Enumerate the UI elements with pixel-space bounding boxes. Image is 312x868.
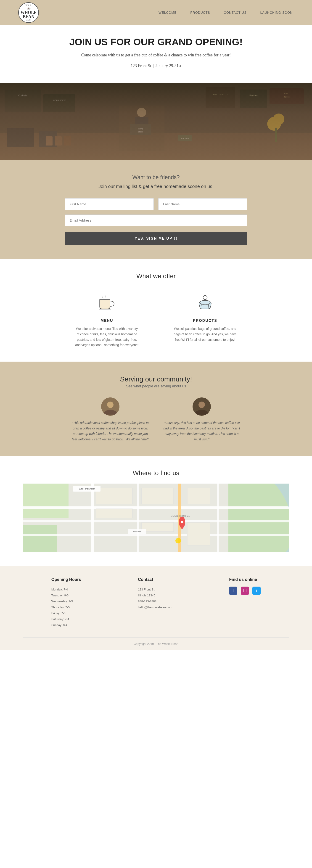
products-description: We sell pastries, bags of ground coffee,… [173,326,237,342]
mailing-section: Want to be friends? Join our mailing lis… [0,160,312,259]
svg-rect-46 [91,484,94,552]
map-svg: 31 State Route 31 Burg Ford Lincoln Knox… [23,484,289,552]
last-name-input[interactable] [158,198,247,210]
footer-hours-heading: Opening Hours [52,577,81,582]
footer-city: Illinois 12345 [138,592,172,598]
header: THE ☕ WHOLE BEAN Café WELCOME PRODUCTS C… [0,0,312,25]
svg-rect-19 [130,124,151,135]
svg-text:COLD BREW: COLD BREW [53,99,66,101]
svg-rect-26 [64,136,71,146]
twitter-icon[interactable]: t [252,587,260,595]
avatar-1 [101,398,120,416]
svg-rect-24 [46,136,53,146]
hero-address: 123 Front St. | January 29-31st [23,63,289,69]
svg-text:Juices: Juices [284,96,290,98]
avatar-image-1 [101,398,120,416]
nav-welcome[interactable]: WELCOME [158,11,177,14]
footer-phone: 888-123-8888 [138,598,172,604]
community-heading: Serving our community! [23,375,289,383]
main-nav: WELCOME PRODUCTS CONTACT US LAUNCHING SO… [158,11,294,14]
svg-rect-2 [5,90,41,113]
svg-rect-25 [55,136,62,146]
nav-products[interactable]: PRODUCTS [190,11,210,14]
footer-grid: Opening Hours Monday: 7-4 Tuesday: 9-5 W… [23,577,289,628]
social-icons-row: f ☐ t [229,587,260,595]
cupcake-icon [194,291,217,314]
community-subtitle: See what people are saying about us [23,384,289,388]
svg-rect-45 [23,534,289,536]
footer-address: 123 Front St. [138,587,172,592]
svg-rect-14 [240,90,267,108]
products-title: PRODUCTS [173,319,237,323]
footer-copyright: Copyright 2019 | The Whole Bean [23,637,289,646]
facebook-icon[interactable]: f [229,587,237,595]
footer-hours-sunday: Sunday: 8-4 [52,622,81,628]
testimonial-1-text: "This adorable local coffee shop is the … [71,420,149,442]
footer: Opening Hours Monday: 7-4 Tuesday: 9-5 W… [0,566,312,650]
offer-grid: MENU We offer a diverse menu filled with… [23,291,289,348]
instagram-icon[interactable]: ☐ [241,587,249,595]
logo-bean: BEAN [23,14,34,19]
svg-text:Pastries: Pastries [249,94,258,97]
email-field-row [65,215,247,226]
email-input[interactable] [65,215,247,226]
cafe-illustration: Cocktails COLD BREW BEST QUALITY Pastrie… [0,83,312,160]
footer-hours-monday: Monday: 7-4 [52,587,81,592]
svg-rect-49 [217,484,219,552]
footer-hours: Opening Hours Monday: 7-4 Tuesday: 9-5 W… [52,577,81,628]
svg-rect-55 [187,488,210,504]
mailing-subtext: Join our mailing list & get a free homem… [23,184,289,189]
svg-rect-43 [23,506,289,509]
hero-section: JOIN US FOR OUR GRAND OPENING! Come cele… [0,25,312,83]
first-name-input[interactable] [65,198,154,210]
copyright-text: Copyright 2019 | The Whole Bean [134,642,178,646]
svg-point-7 [137,108,146,117]
logo-cafe: Café [27,19,31,21]
svg-rect-12 [206,87,235,108]
footer-hours-friday: Friday: 7-3 [52,610,81,616]
svg-rect-41 [228,484,289,552]
svg-text:Cocktails: Cocktails [18,94,28,97]
testimonial-2: "I must say, this has to be some of the … [163,398,241,442]
map-heading: Where to find us [23,469,289,477]
signup-button[interactable]: YES, SIGN ME UP!!! [65,232,247,245]
footer-hours-tuesday: Tuesday: 9-5 [52,592,81,598]
svg-point-10 [273,114,284,125]
nav-contact[interactable]: CONTACT US [224,11,247,14]
svg-text:FRUIT: FRUIT [284,92,290,95]
svg-rect-23 [39,131,57,147]
svg-rect-54 [142,522,174,531]
offer-products: PRODUCTS We sell pastries, bags of groun… [173,291,237,348]
svg-rect-44 [23,520,289,522]
hero-subtext: Come celebrate with us to get a free cup… [23,52,289,58]
svg-text:CACTUS: CACTUS [181,137,189,140]
svg-rect-27 [178,135,192,141]
svg-rect-42 [23,525,57,552]
mailing-heading: Want to be friends? [23,174,289,181]
svg-rect-11 [275,128,277,142]
svg-text:Burg Ford Lincoln: Burg Ford Lincoln [79,488,95,490]
footer-hours-thursday: Thursday: 7-5 [52,604,81,610]
nav-launching[interactable]: LAUNCHING SOON! [260,11,294,14]
svg-point-57 [176,538,181,544]
footer-email[interactable]: hello@thewholebean.com [138,604,172,610]
avatar-2 [192,398,211,416]
svg-point-38 [198,402,205,408]
svg-rect-16 [270,88,304,104]
svg-rect-8 [135,117,149,135]
map-placeholder[interactable]: 31 State Route 31 Burg Ford Lincoln Knox… [23,484,289,552]
menu-description: We offer a diverse menu filled with a va… [75,326,139,348]
svg-text:OPEN!: OPEN! [138,131,143,133]
footer-contact-heading: Contact [138,577,172,582]
community-section: Serving our community! See what people a… [0,362,312,456]
testimonials-grid: "This adorable local coffee shop is the … [23,398,289,442]
cafe-scene: Cocktails COLD BREW BEST QUALITY Pastrie… [0,83,312,160]
logo-whole: WHOLE [21,10,36,14]
footer-hours-wednesday: Wednesday: 7-5 [52,598,81,604]
coffee-bean-icon: ☕ [27,7,31,10]
coffee-cup-icon [95,291,118,314]
footer-social: Find us online f ☐ t [229,577,260,628]
svg-rect-22 [7,128,34,147]
svg-text:31 State Route 31: 31 State Route 31 [171,515,190,517]
svg-point-58 [181,521,183,523]
